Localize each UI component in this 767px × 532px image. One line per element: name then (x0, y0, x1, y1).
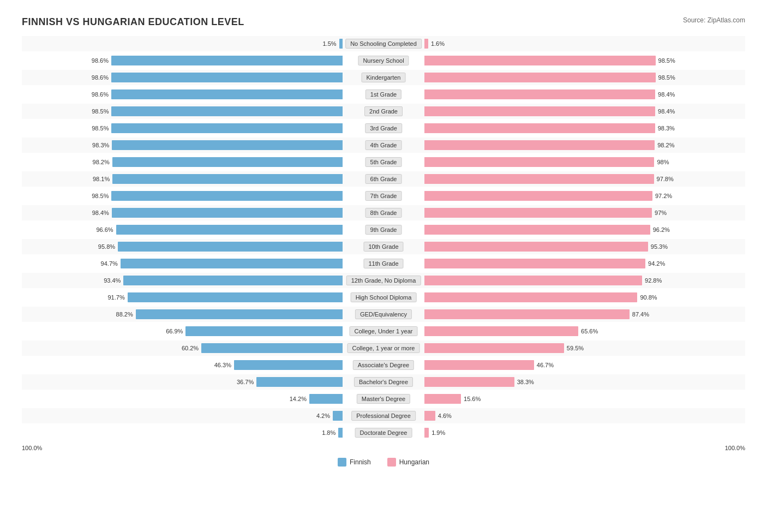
left-value: 98.5% (89, 108, 109, 115)
right-bar-section: 90.8% (384, 290, 745, 305)
left-value: 93.4% (101, 277, 121, 284)
bar-row: 98.1%6th Grade97.8% (22, 171, 745, 187)
finnish-bar (111, 123, 343, 133)
bar-row: 91.7%High School Diploma90.8% (22, 290, 745, 305)
left-bar-section: 95.8% (22, 239, 384, 254)
legend-box-finnish (338, 458, 346, 467)
left-bar-section: 1.8% (22, 425, 384, 440)
bar-row: 66.9%College, Under 1 year65.6% (22, 324, 745, 339)
legend-finnish: Finnish (338, 458, 371, 467)
education-level-label: 11th Grade (363, 259, 403, 268)
finnish-bar (309, 394, 343, 404)
left-value: 91.7% (106, 294, 125, 301)
left-value: 96.6% (94, 226, 113, 233)
right-bar-section: 96.2% (384, 222, 745, 237)
legend-box-hungarian (387, 458, 396, 467)
right-bar-section: 94.2% (384, 256, 745, 271)
center-label-area: 8th Grade (365, 205, 402, 220)
education-level-label: 2nd Grade (364, 106, 403, 116)
center-label-area: 11th Grade (363, 256, 403, 271)
right-value: 92.8% (645, 277, 664, 284)
legend: Finnish Hungarian (22, 458, 745, 467)
legend-hungarian: Hungarian (387, 458, 429, 467)
left-bar-section: 88.2% (22, 307, 384, 322)
bar-row: 98.5%2nd Grade98.4% (22, 104, 745, 119)
center-label-area: Master's Degree (357, 391, 410, 407)
finnish-bar (136, 309, 343, 319)
left-value: 88.2% (114, 311, 133, 318)
left-value: 1.8% (316, 429, 335, 436)
education-level-label: Nursery School (358, 56, 409, 65)
center-label-area: 7th Grade (365, 188, 402, 204)
hungarian-bar (424, 326, 578, 336)
left-bar-section: 98.6% (22, 87, 384, 102)
education-level-label: 4th Grade (365, 140, 402, 150)
education-level-label: 1st Grade (365, 89, 402, 99)
bar-row: 1.5%No Schooling Completed1.6% (22, 36, 745, 51)
left-value: 98.6% (89, 91, 109, 98)
left-value: 4.2% (311, 413, 330, 419)
education-level-label: 5th Grade (365, 157, 402, 167)
right-bar-section: 65.6% (384, 324, 745, 339)
hungarian-bar (424, 39, 428, 49)
bar-row: 98.6%1st Grade98.4% (22, 87, 745, 102)
bar-row: 36.7%Bachelor's Degree38.3% (22, 374, 745, 390)
hungarian-bar (424, 140, 655, 150)
right-value: 94.2% (648, 260, 667, 267)
right-value: 98.5% (658, 74, 678, 81)
hungarian-bar (424, 56, 656, 65)
left-value: 1.5% (317, 40, 337, 47)
education-level-label: 3rd Grade (365, 123, 402, 133)
left-bar-section: 98.2% (22, 154, 384, 170)
education-level-label: 6th Grade (365, 174, 402, 184)
left-bar-section: 98.5% (22, 121, 384, 136)
education-level-label: College, 1 year or more (347, 343, 420, 353)
left-bar-section: 98.3% (22, 138, 384, 153)
education-level-label: No Schooling Completed (345, 39, 422, 49)
center-label-area: Professional Degree (351, 408, 416, 423)
education-level-label: Professional Degree (351, 411, 416, 421)
hungarian-bar (424, 360, 534, 370)
right-bar-section: 98.4% (384, 87, 745, 102)
right-value: 38.3% (517, 379, 536, 385)
right-value: 96.2% (653, 226, 672, 233)
education-level-label: 9th Grade (365, 225, 402, 235)
finnish-bar (333, 411, 343, 421)
right-bar-section: 95.3% (384, 239, 745, 254)
left-bar-section: 46.3% (22, 357, 384, 373)
center-label-area: 3rd Grade (365, 121, 402, 136)
education-level-label: Doctorate Degree (355, 428, 412, 438)
left-value: 98.4% (90, 210, 109, 216)
right-bar-section: 1.9% (384, 425, 745, 440)
finnish-bar (234, 360, 343, 370)
education-level-label: 10th Grade (363, 242, 403, 252)
left-bar-section: 60.2% (22, 340, 384, 356)
right-value: 95.3% (651, 243, 670, 250)
right-value: 15.6% (464, 396, 483, 402)
center-label-area: High School Diploma (351, 290, 417, 305)
bar-row: 95.8%10th Grade95.3% (22, 239, 745, 254)
hungarian-bar (424, 73, 656, 82)
education-level-label: GED/Equivalency (355, 309, 412, 319)
left-value: 66.9% (164, 328, 183, 334)
center-label-area: 6th Grade (365, 171, 402, 187)
education-level-label: College, Under 1 year (349, 326, 417, 336)
bar-row: 98.3%4th Grade98.2% (22, 138, 745, 153)
bar-row: 96.6%9th Grade96.2% (22, 222, 745, 237)
left-value: 46.3% (212, 362, 231, 368)
bar-row: 98.6%Nursery School98.5% (22, 53, 745, 68)
right-value: 98.3% (658, 125, 677, 131)
education-level-label: High School Diploma (351, 292, 417, 302)
education-level-label: 8th Grade (365, 208, 402, 218)
left-bar-section: 98.6% (22, 53, 384, 68)
center-label-area: 12th Grade, No Diploma (346, 273, 421, 288)
right-value: 90.8% (640, 294, 659, 301)
left-value: 98.5% (89, 125, 109, 131)
left-bar-section: 98.6% (22, 70, 384, 85)
finnish-bar (118, 242, 343, 252)
right-bar-section: 98.3% (384, 121, 745, 136)
left-bar-section: 98.5% (22, 188, 384, 204)
left-bar-section: 4.2% (22, 408, 384, 423)
right-value: 4.6% (438, 413, 457, 419)
bar-row: 4.2%Professional Degree4.6% (22, 408, 745, 423)
